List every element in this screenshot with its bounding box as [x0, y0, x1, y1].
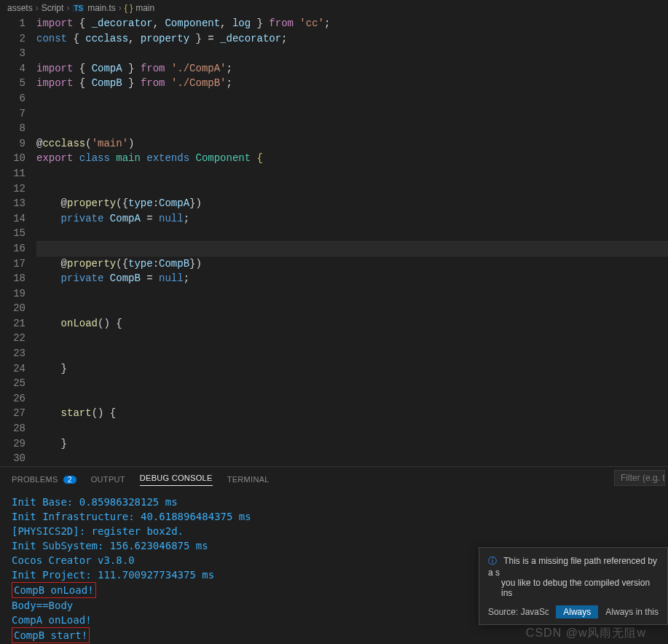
code-line[interactable]	[36, 166, 668, 181]
always-button[interactable]: Always	[556, 605, 598, 619]
code-line[interactable]: private CompB = null;	[36, 271, 668, 286]
code-line[interactable]	[36, 331, 668, 346]
code-line[interactable]	[36, 451, 668, 466]
chevron-right-icon: ›	[119, 3, 122, 13]
breadcrumb-file[interactable]: main.ts	[87, 3, 116, 13]
code-line[interactable]: export class main extends Component {	[36, 151, 668, 166]
code-line[interactable]: @ccclass('main')	[36, 136, 668, 152]
code-line[interactable]	[36, 91, 668, 106]
info-icon: ⓘ	[488, 556, 497, 566]
code-line[interactable]: @property({type:CompB})	[36, 256, 668, 272]
code-line[interactable]: private CompA = null;	[36, 211, 668, 227]
code-line[interactable]	[36, 301, 668, 316]
code-line[interactable]: onLoad() {	[36, 316, 668, 331]
code-line[interactable]	[36, 421, 668, 436]
notification-toast: ⓘ This is a missing file path referenced…	[479, 547, 668, 625]
code-area[interactable]: import { _decorator, Component, log } fr…	[36, 16, 668, 466]
tab-problems[interactable]: PROBLEMS 2	[12, 475, 76, 484]
panel-tabs: PROBLEMS 2 OUTPUT DEBUG CONSOLE TERMINAL…	[0, 467, 668, 492]
typescript-file-icon: TS	[72, 4, 85, 12]
code-editor[interactable]: 1234567891011121314151617181920212223242…	[0, 16, 668, 466]
notification-message: you like to debug the compiled version i…	[488, 578, 659, 598]
code-line[interactable]	[36, 226, 668, 241]
code-line[interactable]: }	[36, 361, 668, 377]
line-number-gutter: 1234567891011121314151617181920212223242…	[0, 16, 36, 466]
notification-source: Source: JavaScript...	[488, 607, 549, 617]
code-line[interactable]	[36, 391, 668, 407]
code-line[interactable]	[36, 181, 668, 197]
chevron-right-icon: ›	[66, 3, 69, 13]
notification-message: This is a missing file path referenced b…	[488, 556, 657, 578]
tab-terminal[interactable]: TERMINAL	[227, 475, 270, 484]
code-line[interactable]: const { ccclass, property } = _decorator…	[36, 31, 668, 47]
code-line[interactable]	[36, 106, 668, 122]
watermark: CSDN @w风雨无阻w	[526, 626, 646, 641]
breadcrumb-symbol[interactable]: main	[135, 3, 154, 13]
tab-debug-console[interactable]: DEBUG CONSOLE	[140, 474, 213, 486]
breadcrumb: assets › Script › TS main.ts › { } main	[0, 0, 668, 16]
code-line[interactable]	[36, 46, 668, 61]
problems-badge: 2	[63, 476, 76, 484]
code-line[interactable]: }	[36, 436, 668, 452]
tab-label: PROBLEMS	[12, 475, 58, 484]
code-line[interactable]: import { CompB } from './CompB';	[36, 76, 668, 91]
code-line[interactable]	[36, 286, 668, 302]
code-line[interactable]: import { CompA } from './CompA';	[36, 61, 668, 76]
filter-input[interactable]: Filter (e.g. text	[614, 470, 665, 486]
symbol-class-icon: { }	[125, 3, 133, 13]
breadcrumb-part[interactable]: Script	[42, 3, 64, 13]
tab-output[interactable]: OUTPUT	[91, 475, 125, 484]
code-line[interactable]	[36, 121, 668, 136]
code-line[interactable]	[36, 346, 668, 361]
console-line: Init Base: 0.85986328125 ms	[12, 495, 656, 509]
console-line: [PHYSICS2D]: register box2d.	[12, 524, 656, 538]
breadcrumb-part[interactable]: assets	[7, 3, 33, 13]
code-line[interactable]: @property({type:CompA})	[36, 196, 668, 211]
always-in-this-link[interactable]: Always in this	[605, 607, 659, 617]
code-line[interactable]	[36, 376, 668, 391]
code-line[interactable]: import { _decorator, Component, log } fr…	[36, 16, 668, 31]
console-line: Init Infrastructure: 40.618896484375 ms	[12, 509, 656, 524]
code-line[interactable]: start() {	[36, 406, 668, 421]
chevron-right-icon: ›	[36, 3, 39, 13]
